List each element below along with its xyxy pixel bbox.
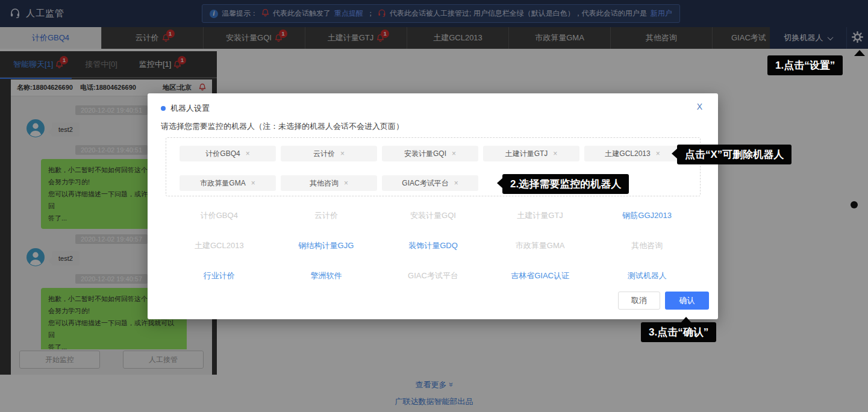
selected-robot-chip: 市政算量GMA× [180,175,276,191]
remove-robot-icon[interactable]: × [246,149,250,158]
robot-option: 云计价 [273,210,380,221]
selected-robot-chips-row2: 市政算量GMA×其他咨询×GIAC考试平台× [180,175,478,191]
robot-option[interactable]: 钢结构计量GJG [273,240,380,251]
selected-robot-chip: 其他咨询× [281,175,377,191]
selected-robot-label: 安装计量GQI [404,149,446,159]
robot-option[interactable]: 擎洲软件 [273,270,380,281]
remove-robot-icon[interactable]: × [340,149,345,158]
callout-delete-hint: 点击“X”可删除机器人 [677,145,792,164]
dialog-title: 机器人设置 [170,103,210,114]
remove-robot-icon[interactable]: × [452,149,456,158]
robot-option[interactable]: 测试机器人 [593,270,701,281]
robot-option[interactable]: 吉林省GIAC认证 [487,270,594,281]
callout-delete-text: 点击“X”可删除机器人 [685,149,784,160]
robot-option: GIAC考试平台 [379,270,487,281]
callout-step2-text: 2.选择需要监控的机器人 [510,178,621,190]
callout-step1-text: 1.点击“设置” [775,60,835,71]
selected-robot-chips-row1: 计价GBQ4×云计价×安装计量GQI×土建计量GTJ×土建GCL2013× [180,146,681,161]
callout-step3-text: 3.点击“确认” [649,326,708,338]
selected-robot-chip: 安装计量GQI× [382,146,478,161]
close-icon[interactable]: X [697,102,702,111]
robot-option: 市政算量GMA [487,240,594,251]
callout-step2: 2.选择需要监控的机器人 [502,174,629,194]
remove-robot-icon[interactable]: × [656,149,660,158]
robot-option: 其他咨询 [593,240,701,251]
dialog-header: 机器人设置 [161,103,210,114]
robot-option: 安装计量GQI [379,210,487,221]
callout-step1: 1.点击“设置” [767,55,843,75]
selected-robot-label: 其他咨询 [310,178,339,189]
selected-robot-chip: 计价GBQ4× [180,146,276,161]
cancel-button[interactable]: 取消 [618,292,660,310]
robot-option: 土建计量GTJ [487,210,594,221]
selected-robot-label: GIAC考试平台 [402,178,448,189]
dialog-footer: 取消 确认 [618,292,709,310]
selected-robot-chip: 土建GCL2013× [584,146,681,161]
remove-robot-icon[interactable]: × [553,149,557,158]
remove-robot-icon[interactable]: × [454,179,458,187]
remove-robot-icon[interactable]: × [251,179,255,187]
robot-option: 计价GBQ4 [166,210,273,221]
arrow-left-icon [672,148,678,159]
robot-option[interactable]: 钢筋GGJ2013 [593,210,701,221]
robot-option[interactable]: 装饰计量GDQ [379,240,487,251]
robot-settings-dialog: 机器人设置 X 请选择您需要监控的机器人（注：未选择的机器人会话不会进入页面） … [148,93,718,319]
selected-robot-label: 计价GBQ4 [205,149,240,159]
available-robots-grid: 计价GBQ4云计价安装计量GQI土建计量GTJ钢筋GGJ2013土建GCL201… [166,201,701,291]
robot-option: 土建GCL2013 [166,240,273,251]
black-dot [851,201,858,208]
selected-robot-label: 市政算量GMA [200,178,245,189]
selected-robot-label: 土建GCL2013 [605,149,650,159]
remove-robot-icon[interactable]: × [344,179,348,187]
confirm-button[interactable]: 确认 [665,292,709,310]
selected-robot-label: 土建计量GTJ [505,149,548,159]
selected-robot-chip: 云计价× [281,146,377,161]
arrow-left-icon [497,178,503,189]
selected-robot-chip: 土建计量GTJ× [483,146,579,161]
selected-robot-chip: GIAC考试平台× [382,175,478,191]
robot-option[interactable]: 行业计价 [166,270,273,281]
arrow-up-icon [854,50,865,56]
blue-dot-icon [161,106,166,111]
dialog-subtitle: 请选择您需要监控的机器人（注：未选择的机器人会话不会进入页面） [161,121,404,132]
arrow-up-icon [681,317,692,323]
selected-robot-label: 云计价 [313,149,335,159]
callout-step3: 3.点击“确认” [641,322,716,342]
